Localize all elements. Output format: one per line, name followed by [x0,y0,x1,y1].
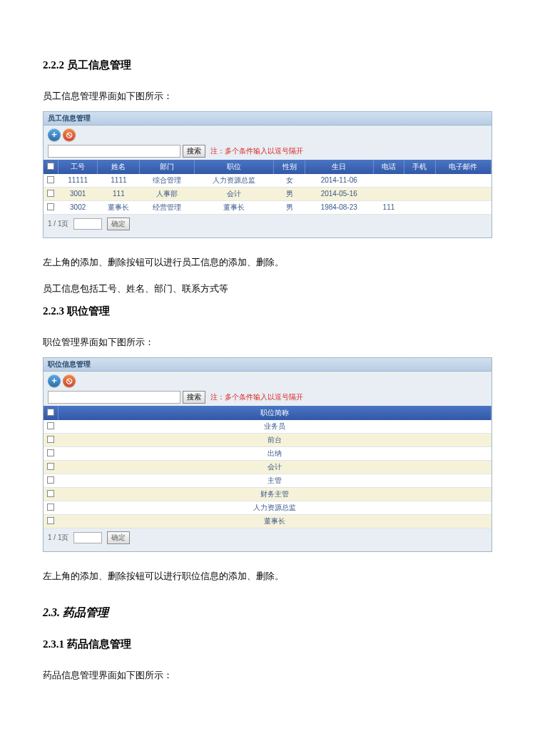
table-row[interactable]: 11111 1111 综合管理 人力资源总监 女 2014-11-06 [44,174,491,188]
position-panel: 职位信息管理 + ⦸ 搜索 注：多个条件输入以逗号隔开 职位简称 业务员 前台 … [43,357,492,552]
table-row[interactable]: 会计 [44,461,491,474]
employee-pager: 1 / 1页 确定 [44,215,491,237]
heading-223: 2.2.3 职位管理 [43,305,492,318]
employee-panel: 员工信息管理 + ⦸ 搜索 注：多个条件输入以逗号隔开 工号 姓名 部门 职位 … [43,111,492,238]
employee-toolbar: + ⦸ [44,126,491,143]
employee-search-row: 搜索 注：多个条件输入以逗号隔开 [44,143,491,160]
add-icon[interactable]: + [48,128,61,141]
pager-label: 1 / 1页 [48,533,68,541]
col-bday: 生日 [305,160,373,174]
intro-222: 员工信息管理界面如下图所示： [43,89,492,104]
heading-23: 2.3. 药品管理 [43,606,492,620]
row-check-icon[interactable] [47,517,54,524]
desc-222-b: 员工信息包括工号、姓名、部门、联系方式等 [43,282,492,297]
position-panel-title: 职位信息管理 [44,358,491,372]
row-check-icon[interactable] [47,436,54,443]
col-gender: 性别 [274,160,305,174]
row-check-icon[interactable] [47,176,54,183]
employee-table: 工号 姓名 部门 职位 性别 生日 电话 手机 电子邮件 11111 1111 … [44,160,491,215]
intro-231: 药品信息管理界面如下图所示： [43,668,492,683]
table-row[interactable]: 3002 董事长 经营管理 董事长 男 1984-08-23 111 [44,200,491,214]
col-pos: 职位 [194,160,273,174]
row-check-icon[interactable] [47,190,54,197]
heading-231: 2.3.1 药品信息管理 [43,638,492,651]
col-dept: 部门 [140,160,195,174]
col-email: 电子邮件 [435,160,491,174]
delete-icon[interactable]: ⦸ [63,374,76,387]
pager-input[interactable] [73,532,102,543]
col-position-name: 职位简称 [58,406,491,420]
col-mobile: 手机 [404,160,435,174]
intro-223: 职位管理界面如下图所示： [43,335,492,350]
table-row[interactable]: 出纳 [44,447,491,461]
desc-222-a: 左上角的添加、删除按钮可以进行员工信息的添加、删除。 [43,255,492,270]
row-check-icon[interactable] [47,203,54,210]
position-pager: 1 / 1页 确定 [44,528,491,551]
row-check-icon[interactable] [47,449,54,456]
desc-223: 左上角的添加、删除按钮可以进行职位信息的添加、删除。 [43,569,492,584]
table-row[interactable]: 人力资源总监 [44,501,491,515]
position-search-hint: 注：多个条件输入以逗号隔开 [210,393,303,401]
table-row[interactable]: 主管 [44,474,491,488]
position-search-row: 搜索 注：多个条件输入以逗号隔开 [44,389,491,406]
position-toolbar: + ⦸ [44,372,491,389]
table-row[interactable]: 财务主管 [44,488,491,501]
row-check-icon[interactable] [47,476,54,484]
table-row[interactable]: 业务员 [44,420,491,434]
employee-panel-title: 员工信息管理 [44,112,491,126]
heading-222: 2.2.2 员工信息管理 [43,58,492,72]
employee-search-hint: 注：多个条件输入以逗号隔开 [210,147,303,155]
pager-label: 1 / 1页 [48,219,68,227]
position-search-button[interactable]: 搜索 [183,391,205,404]
table-row[interactable]: 前台 [44,434,491,447]
col-id: 工号 [58,160,98,174]
pager-go-button[interactable]: 确定 [107,218,130,230]
col-name: 姓名 [98,160,140,174]
add-icon[interactable]: + [48,374,61,387]
col-check[interactable] [44,406,58,420]
col-check[interactable] [44,160,58,174]
employee-search-button[interactable]: 搜索 [183,145,205,158]
employee-search-input[interactable] [48,145,180,158]
row-check-icon[interactable] [47,422,54,429]
table-row[interactable]: 3001 111 人事部 会计 男 2014-05-16 [44,187,491,200]
col-tel: 电话 [373,160,404,174]
position-search-input[interactable] [48,391,180,404]
pager-go-button[interactable]: 确定 [107,531,130,544]
row-check-icon[interactable] [47,463,54,470]
delete-icon[interactable]: ⦸ [63,128,76,141]
pager-input[interactable] [73,218,102,230]
table-row[interactable]: 董事长 [44,515,491,528]
row-check-icon[interactable] [47,504,54,511]
position-table: 职位简称 业务员 前台 出纳 会计 主管 财务主管 人力资源总监 董事长 [44,406,491,528]
row-check-icon[interactable] [47,490,54,497]
